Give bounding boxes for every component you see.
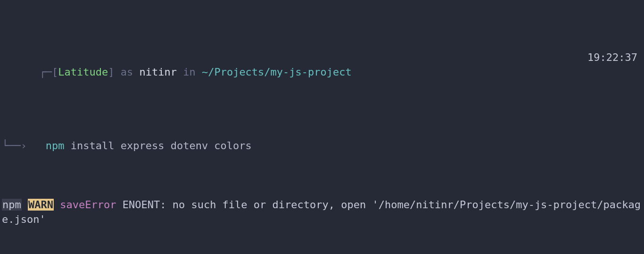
prompt-line-2: └──› npm install express dotenv colors (2, 138, 642, 153)
prompt-in: in (177, 66, 202, 78)
prompt-line-1: ┌─[Latitude] as nitinr in ~/Projects/my-… (2, 50, 642, 94)
prompt-user: nitinr (139, 66, 176, 78)
prompt-host: Latitude (58, 66, 108, 78)
prompt-bracket-open: ┌─[ (39, 66, 58, 78)
npm-badge: npm (2, 199, 22, 211)
prompt-pad (33, 138, 46, 153)
warn-badge: WARN (28, 199, 54, 211)
command-binary: npm (46, 140, 65, 152)
warn-line-1: npm WARN saveError ENOENT: no such file … (2, 197, 642, 227)
command-args: install express dotenv colors (64, 140, 251, 152)
terminal-output[interactable]: ┌─[Latitude] as nitinr in ~/Projects/my-… (0, 0, 644, 254)
prompt-time: 19:22:37 (587, 50, 642, 65)
warn-saveerror: saveError (60, 199, 116, 211)
prompt-as: as (114, 66, 139, 78)
prompt-arrow: └──› (2, 140, 33, 152)
prompt-bracket-close: ] (108, 66, 114, 78)
prompt-cwd: ~/Projects/my-js-project (202, 66, 352, 78)
